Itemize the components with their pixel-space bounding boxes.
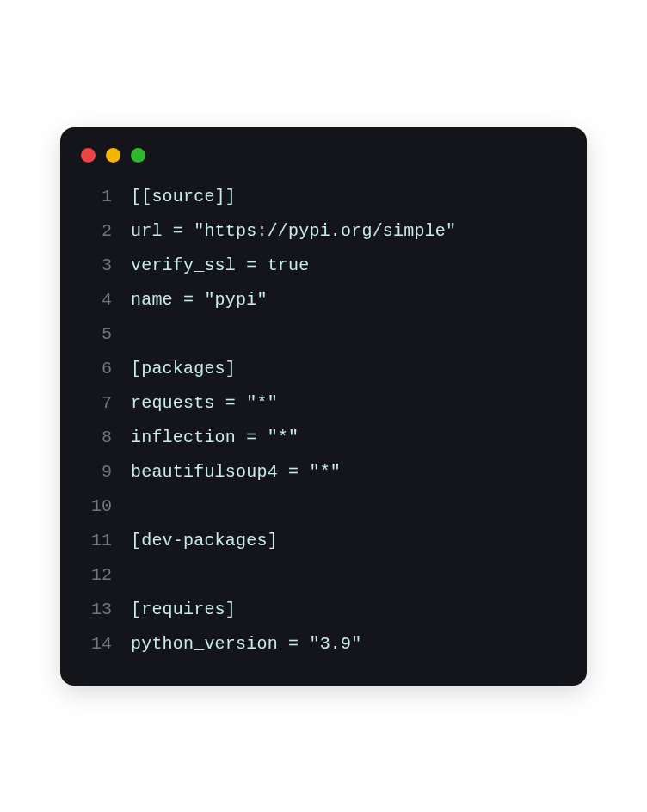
line-number: 3	[81, 249, 112, 283]
code-line: 7 requests = "*"	[81, 386, 566, 421]
code-text: requests = "*"	[131, 386, 278, 421]
code-line: 14 python_version = "3.9"	[81, 627, 566, 661]
line-number: 5	[81, 317, 112, 352]
line-number: 6	[81, 352, 112, 386]
line-number: 7	[81, 386, 112, 421]
code-line: 12	[81, 558, 566, 593]
code-line: 9 beautifulsoup4 = "*"	[81, 455, 566, 489]
code-text: name = "pypi"	[131, 283, 268, 317]
code-text: beautifulsoup4 = "*"	[131, 455, 341, 489]
code-text: [[source]]	[131, 180, 236, 214]
line-number: 9	[81, 455, 112, 489]
window-titlebar	[60, 127, 587, 173]
code-block: 1 [[source]] 2 url = "https://pypi.org/s…	[60, 173, 587, 661]
code-line: 1 [[source]]	[81, 180, 566, 214]
code-text: [requires]	[131, 593, 236, 627]
code-text: python_version = "3.9"	[131, 627, 361, 661]
code-line: 4 name = "pypi"	[81, 283, 566, 317]
line-number: 1	[81, 180, 112, 214]
line-number: 4	[81, 283, 112, 317]
line-number: 14	[81, 627, 112, 661]
line-number: 12	[81, 558, 112, 593]
maximize-icon[interactable]	[131, 148, 145, 163]
code-line: 11 [dev-packages]	[81, 524, 566, 558]
line-number: 13	[81, 593, 112, 627]
line-number: 2	[81, 214, 112, 249]
minimize-icon[interactable]	[106, 148, 120, 163]
close-icon[interactable]	[81, 148, 96, 163]
code-text: [packages]	[131, 352, 236, 386]
code-line: 6 [packages]	[81, 352, 566, 386]
code-line: 13 [requires]	[81, 593, 566, 627]
code-line: 8 inflection = "*"	[81, 421, 566, 455]
line-number: 10	[81, 489, 112, 524]
code-line: 5	[81, 317, 566, 352]
line-number: 8	[81, 421, 112, 455]
code-text: inflection = "*"	[131, 421, 299, 455]
code-text: url = "https://pypi.org/simple"	[131, 214, 456, 249]
code-line: 10	[81, 489, 566, 524]
code-text: verify_ssl = true	[131, 249, 309, 283]
code-line: 3 verify_ssl = true	[81, 249, 566, 283]
code-line: 2 url = "https://pypi.org/simple"	[81, 214, 566, 249]
code-text: [dev-packages]	[131, 524, 278, 558]
editor-window: 1 [[source]] 2 url = "https://pypi.org/s…	[60, 127, 587, 686]
line-number: 11	[81, 524, 112, 558]
